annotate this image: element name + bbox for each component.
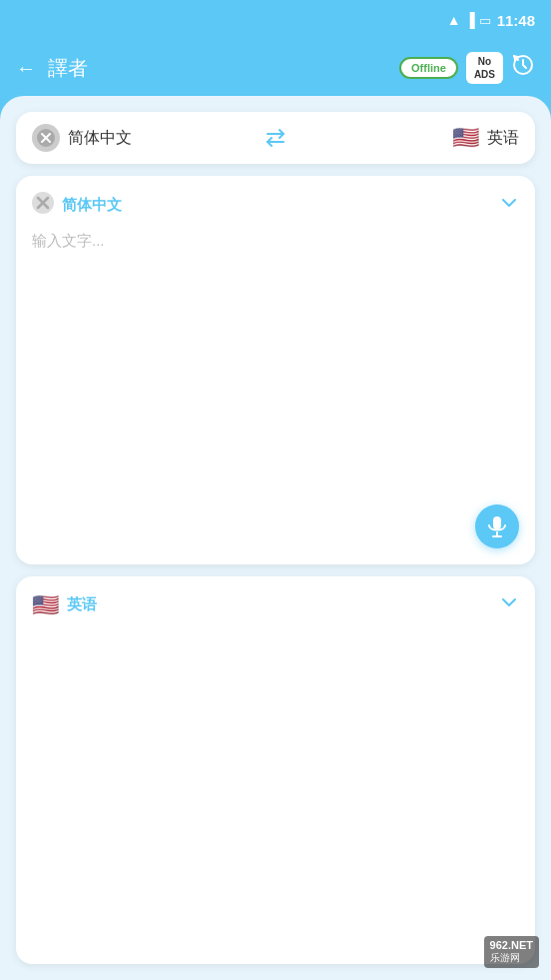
header-actions: Offline No ADS — [399, 52, 535, 84]
target-card-header: 🇺🇸 英语 — [32, 592, 519, 618]
source-card-header: 简体中文 — [32, 192, 519, 218]
svg-rect-7 — [493, 516, 501, 529]
signal-icon: ▐ — [465, 12, 475, 28]
status-bar: ▲ ▐ ▭ 11:48 — [0, 0, 551, 40]
no-ads-badge[interactable]: No ADS — [466, 52, 503, 84]
header: ← 譯者 Offline No ADS — [0, 40, 551, 96]
target-lang-label: 英语 — [487, 128, 519, 149]
target-card-lang-info: 🇺🇸 英语 — [32, 592, 97, 618]
target-language-selector[interactable]: 🇺🇸 英语 — [301, 125, 519, 151]
battery-icon: ▭ — [479, 13, 491, 28]
history-button[interactable] — [511, 53, 535, 83]
source-card-lang-name: 简体中文 — [62, 196, 122, 215]
watermark: 962.NET 乐游网 — [484, 936, 539, 968]
target-card-chevron[interactable] — [499, 592, 519, 617]
wifi-icon: ▲ — [447, 12, 461, 28]
main-content: 简体中文 🇺🇸 英语 — [0, 96, 551, 980]
language-selector-bar: 简体中文 🇺🇸 英语 — [16, 112, 535, 164]
swap-languages-button[interactable] — [250, 124, 301, 152]
source-card-lang-info: 简体中文 — [32, 192, 122, 218]
target-translation-card: 🇺🇸 英语 — [16, 576, 535, 965]
source-lang-label: 简体中文 — [68, 128, 132, 149]
source-input-placeholder[interactable]: 输入文字... — [32, 228, 519, 255]
source-translation-card: 简体中文 输入文字... — [16, 176, 535, 564]
target-lang-flag: 🇺🇸 — [452, 125, 479, 151]
source-card-chevron[interactable] — [499, 193, 519, 218]
microphone-button[interactable] — [475, 504, 519, 548]
back-button[interactable]: ← — [16, 57, 36, 80]
status-icons: ▲ ▐ ▭ — [447, 12, 491, 28]
page-title: 譯者 — [48, 55, 387, 82]
mic-icon — [487, 515, 507, 537]
source-card-icon — [32, 192, 54, 218]
source-lang-icon — [32, 124, 60, 152]
offline-badge[interactable]: Offline — [399, 57, 458, 79]
source-language-selector[interactable]: 简体中文 — [32, 124, 250, 152]
target-card-flag: 🇺🇸 — [32, 592, 59, 618]
status-time: 11:48 — [497, 12, 535, 29]
target-card-lang-name: 英语 — [67, 595, 97, 614]
